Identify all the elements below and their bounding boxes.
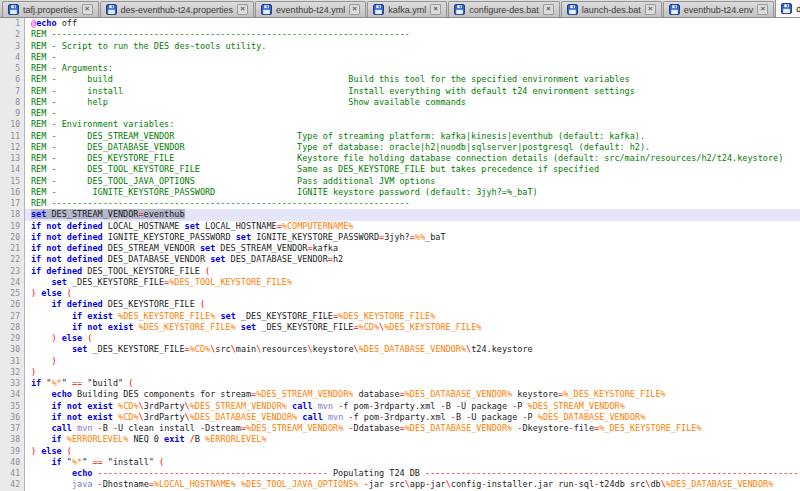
line-number: 4 (0, 52, 25, 63)
tab-tafj.properties[interactable]: tafj.properties× (2, 1, 99, 17)
line-number: 16 (0, 187, 25, 198)
line-number: 19 (0, 221, 25, 232)
code-line-21[interactable]: 21if not defined DES_STREAM_VENDOR set D… (0, 243, 800, 254)
code-line-27[interactable]: 27 if exist %DES_KEYSTORE_FILE% set _DES… (0, 311, 800, 322)
line-number: 18 (0, 209, 25, 220)
code-text: REM - (25, 108, 800, 119)
code-line-18[interactable]: 18set DES_STREAM_VENDOR=eventhub (0, 209, 800, 220)
code-line-22[interactable]: 22if not defined DES_DATABASE_VENDOR set… (0, 254, 800, 265)
code-text: REM ------------------------------------… (25, 198, 800, 209)
code-line-13[interactable]: 13REM - DES_KEYSTORE_FILE Keystore file … (0, 153, 800, 164)
code-line-25[interactable]: 25) else ( (0, 288, 800, 299)
code-text: REM - help Show available commands (25, 97, 800, 108)
tab-des-tool.bat[interactable]: des-tool.bat× (775, 0, 800, 17)
line-number: 15 (0, 176, 25, 187)
code-line-34[interactable]: 34 echo Building DES components for stre… (0, 389, 800, 400)
line-number: 35 (0, 401, 25, 412)
tab-label: tafj.properties (22, 5, 79, 15)
code-line-39[interactable]: 39) else ( (0, 446, 800, 457)
tab-des-eventhub-t24.properties[interactable]: des-eventhub-t24.properties× (100, 1, 255, 17)
code-line-38[interactable]: 38 if %ERRORLEVEL% NEQ 0 exit /B %ERRORL… (0, 434, 800, 445)
tab-configure-des.bat[interactable]: configure-des.bat× (448, 1, 560, 17)
code-line-20[interactable]: 20if not defined IGNITE_KEYSTORE_PASSWOR… (0, 232, 800, 243)
line-number: 8 (0, 97, 25, 108)
saved-file-icon (261, 4, 272, 15)
code-line-31[interactable]: 31 ) (0, 356, 800, 367)
code-line-8[interactable]: 8REM - help Show available commands (0, 97, 800, 108)
code-text: ) (25, 367, 800, 378)
editor-area[interactable]: 1@echo off2REM -------------------------… (0, 18, 800, 491)
tab-label: eventhub-t24.env (683, 5, 755, 15)
code-line-30[interactable]: 30 set _DES_KEYSTORE_FILE=%CD%\src\main\… (0, 344, 800, 355)
code-line-29[interactable]: 29 ) else ( (0, 333, 800, 344)
line-number: 28 (0, 322, 25, 333)
code-line-19[interactable]: 19if not defined LOCAL_HOSTNAME set LOCA… (0, 221, 800, 232)
code-text: REM - DES_KEYSTORE_FILE Keystore file ho… (25, 153, 800, 164)
code-line-9[interactable]: 9REM - (0, 108, 800, 119)
line-number: 38 (0, 434, 25, 445)
code-text: REM - Arguments: (25, 63, 800, 74)
saved-file-icon (781, 3, 792, 14)
code-line-24[interactable]: 24 set _DES_KEYSTORE_FILE=%DES_TOOL_KEYS… (0, 277, 800, 288)
line-number: 32 (0, 367, 25, 378)
code-line-41[interactable]: 41 echo --------------------------------… (0, 468, 800, 479)
code-line-5[interactable]: 5REM - Arguments: (0, 63, 800, 74)
code-line-6[interactable]: 6REM - build Build this tool for the spe… (0, 74, 800, 85)
code-line-23[interactable]: 23if defined DES_TOOL_KEYSTORE_FILE ( (0, 266, 800, 277)
code-line-3[interactable]: 3REM - Script to run the DES des-tools u… (0, 41, 800, 52)
close-icon[interactable]: × (645, 4, 656, 15)
close-icon[interactable]: × (237, 4, 248, 15)
code-text: echo Building DES components for stream=… (25, 389, 800, 400)
close-icon[interactable]: × (757, 4, 768, 15)
tab-kafka.yml[interactable]: kafka.yml× (367, 1, 447, 17)
tab-label: des-eventhub-t24.properties (120, 5, 235, 15)
tab-eventhub-t24.env[interactable]: eventhub-t24.env× (663, 1, 775, 17)
line-number: 10 (0, 119, 25, 130)
code-text: @echo off (25, 18, 800, 29)
code-line-40[interactable]: 40 if "%*" == "install" ( (0, 457, 800, 468)
tab-eventhub-t24.yml[interactable]: eventhub-t24.yml× (255, 1, 366, 17)
line-number: 21 (0, 243, 25, 254)
code-line-17[interactable]: 17REM ----------------------------------… (0, 198, 800, 209)
code-line-33[interactable]: 33if "%*" == "build" ( (0, 378, 800, 389)
line-number: 20 (0, 232, 25, 243)
code-line-15[interactable]: 15REM - DES_TOOL_JAVA_OPTIONS Pass addit… (0, 176, 800, 187)
line-number: 3 (0, 41, 25, 52)
code-line-36[interactable]: 36 if not exist %CD%\3rdParty\%DES_DATAB… (0, 412, 800, 423)
code-text: if %ERRORLEVEL% NEQ 0 exit /B %ERRORLEVE… (25, 434, 800, 445)
code-line-1[interactable]: 1@echo off (0, 18, 800, 29)
tab-label: configure-des.bat (468, 5, 540, 15)
code-line-12[interactable]: 12REM - DES_DATABASE_VENDOR Type of data… (0, 142, 800, 153)
code-text: REM - install Install everything with de… (25, 86, 800, 97)
code-line-35[interactable]: 35 if not exist %CD%\3rdParty\%DES_STREA… (0, 401, 800, 412)
code-line-7[interactable]: 7REM - install Install everything with d… (0, 86, 800, 97)
code-line-11[interactable]: 11REM - DES_STREAM_VENDOR Type of stream… (0, 131, 800, 142)
close-icon[interactable]: × (349, 4, 360, 15)
code-line-42[interactable]: 42 java -Dhostname=%LOCAL_HOSTNAME% %DES… (0, 479, 800, 490)
code-line-32[interactable]: 32) (0, 367, 800, 378)
line-number: 29 (0, 333, 25, 344)
tab-launch-des.bat[interactable]: launch-des.bat× (561, 1, 662, 17)
code-line-37[interactable]: 37 call mvn -B -U clean install -Dstream… (0, 423, 800, 434)
code-text: REM - DES_TOOL_KEYSTORE_FILE Same as DES… (25, 164, 800, 175)
code-line-16[interactable]: 16REM - IGNITE_KEYSTORE_PASSWORD IGNITE … (0, 187, 800, 198)
close-icon[interactable]: × (82, 4, 93, 15)
line-number: 2 (0, 29, 25, 40)
code-text: ) (25, 356, 800, 367)
code-text: if not defined DES_DATABASE_VENDOR set D… (25, 254, 800, 265)
code-line-28[interactable]: 28 if not exist %DES_KEYSTORE_FILE% set … (0, 322, 800, 333)
line-number: 39 (0, 446, 25, 457)
code-line-26[interactable]: 26 if defined DES_KEYSTORE_FILE ( (0, 299, 800, 310)
line-number: 40 (0, 457, 25, 468)
line-number: 12 (0, 142, 25, 153)
code-line-14[interactable]: 14REM - DES_TOOL_KEYSTORE_FILE Same as D… (0, 164, 800, 175)
code-line-4[interactable]: 4REM - (0, 52, 800, 63)
code-text: REM - Script to run the DES des-tools ut… (25, 41, 800, 52)
code-line-10[interactable]: 10REM - Environment variables: (0, 119, 800, 130)
line-number: 1 (0, 18, 25, 29)
line-number: 34 (0, 389, 25, 400)
close-icon[interactable]: × (430, 4, 441, 15)
line-number: 22 (0, 254, 25, 265)
code-line-2[interactable]: 2REM -----------------------------------… (0, 29, 800, 40)
close-icon[interactable]: × (543, 4, 554, 15)
